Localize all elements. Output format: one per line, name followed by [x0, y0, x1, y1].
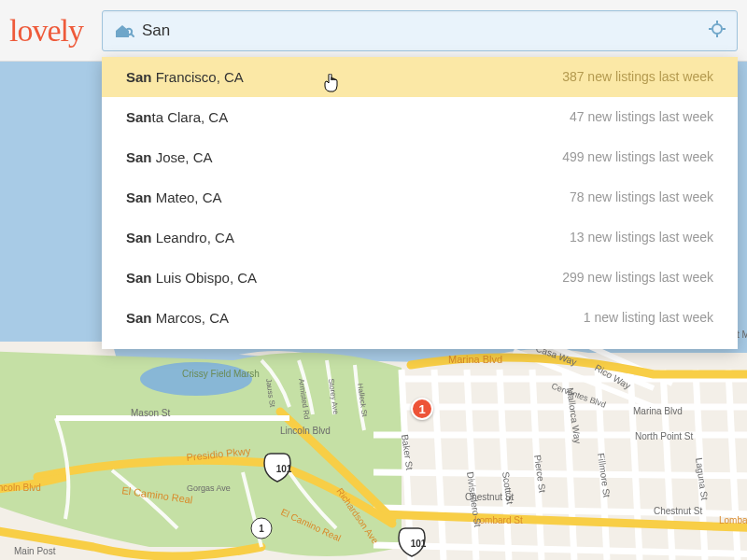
suggestion-name: San Jose, CA — [126, 149, 213, 165]
map-label-lomba: Lomba — [719, 515, 747, 525]
suggestion-meta: 78 new listings last week — [570, 189, 713, 204]
svg-text:1: 1 — [259, 524, 264, 534]
suggestion-meta: 387 new listings last week — [562, 69, 713, 84]
suggestion-item[interactable]: Santa Clara, CA47 new listings last week — [102, 97, 738, 137]
map-label-northpoint: North Point St — [635, 431, 693, 441]
map-label-chestnut: Chestnut St — [654, 506, 702, 516]
svg-text:Gorgas Ave: Gorgas Ave — [187, 483, 231, 493]
suggestion-name: San Leandro, CA — [126, 230, 234, 245]
suggestion-meta: 47 new listings last week — [570, 109, 713, 124]
svg-text:101: 101 — [411, 539, 427, 549]
map-label-lincoln-w: Lincoln Blvd — [0, 483, 41, 493]
svg-line-4 — [374, 472, 747, 476]
app-header: lovely San Francis — [0, 0, 747, 62]
map-label-mason: Mason St — [131, 408, 170, 418]
suggestion-item[interactable]: San Marcos, CA1 new listing last week — [102, 298, 738, 338]
suggestion-item[interactable]: San Leandro, CA13 new listings last week — [102, 217, 738, 258]
svg-line-34 — [131, 34, 134, 36]
map-label-mainpost: Main Post — [14, 546, 56, 556]
locate-icon[interactable] — [709, 21, 726, 41]
suggestion-meta: 299 new listings last week — [562, 270, 713, 285]
suggestion-meta: 499 new listings last week — [562, 149, 713, 164]
house-search-icon — [114, 22, 134, 39]
suggestion-meta: 1 new listing last week — [584, 310, 713, 325]
suggestion-item[interactable]: San Luis Obispo, CA299 new listings last… — [102, 258, 738, 298]
suggestion-item[interactable]: San Francisco, CA387 new listings last w… — [102, 57, 738, 97]
map-label-lincoln-e: Lincoln Blvd — [280, 426, 331, 436]
suggestion-name: San Luis Obispo, CA — [126, 270, 257, 286]
suggestion-name: San Mateo, CA — [126, 189, 222, 205]
search-input[interactable] — [142, 21, 709, 40]
suggestion-item[interactable]: San Mateo, CA78 new listings last week — [102, 177, 738, 217]
map-pin-label: 1 — [418, 402, 425, 416]
suggestion-item[interactable]: San Jose, CA499 new listings last week — [102, 137, 738, 177]
map-label-crissy: Crissy Field Marsh — [182, 369, 260, 379]
search-suggestions-dropdown: San Francisco, CA387 new listings last w… — [102, 57, 738, 349]
map-label-marina: Marina Blvd — [448, 354, 502, 365]
suggestion-name: San Marcos, CA — [126, 310, 229, 326]
suggestion-name: Santa Clara, CA — [126, 109, 228, 125]
svg-point-35 — [712, 24, 722, 34]
map-label-marina2: Marina Blvd — [633, 406, 683, 416]
map-pin[interactable]: 1 — [411, 398, 433, 420]
brand-logo[interactable]: lovely — [9, 13, 83, 49]
search-box[interactable] — [102, 10, 738, 51]
suggestion-name: San Francisco, CA — [126, 69, 244, 85]
suggestion-meta: 13 new listings last week — [570, 230, 713, 245]
svg-point-0 — [140, 362, 252, 396]
svg-text:101: 101 — [276, 464, 292, 474]
